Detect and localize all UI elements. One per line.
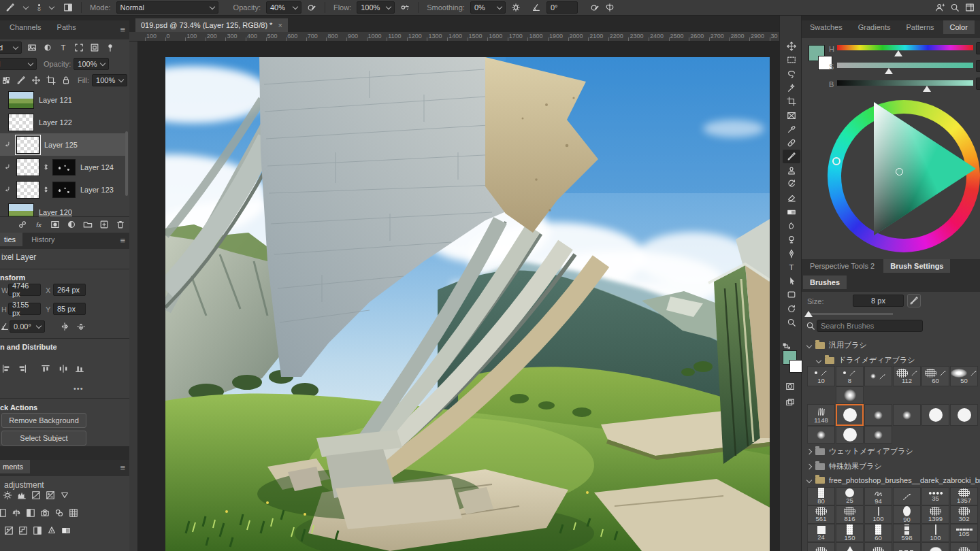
saturation-slider[interactable] xyxy=(837,63,973,68)
brush-item[interactable]: 60 xyxy=(864,524,892,542)
link-icon[interactable] xyxy=(18,220,27,229)
x-input[interactable]: 264 px xyxy=(53,284,86,296)
brush-preview-chevron-icon[interactable] xyxy=(49,3,54,9)
opacity-select[interactable]: 40% xyxy=(266,1,301,14)
adj-threshold-icon[interactable] xyxy=(33,526,42,535)
brush-item[interactable] xyxy=(836,542,864,551)
brush-item[interactable]: 816 xyxy=(836,505,864,524)
folder-zabrocki-brush-set[interactable]: free_photoshop_brushes__darek_zabrocki_b… xyxy=(807,476,980,484)
brush-item[interactable] xyxy=(864,542,892,551)
brightness-slider-thumb[interactable] xyxy=(923,86,931,92)
brush-item[interactable]: 561 xyxy=(807,505,835,524)
tab-paths[interactable]: Paths xyxy=(50,20,83,34)
screen-mode-icon[interactable] xyxy=(785,398,795,407)
hue-value[interactable]: 16 xyxy=(976,42,980,54)
pen-tool[interactable] xyxy=(783,247,800,261)
path-select-tool[interactable] xyxy=(783,274,800,288)
account-icon[interactable] xyxy=(935,3,945,12)
align-2-icon[interactable] xyxy=(18,364,27,373)
pressure-opacity-icon[interactable] xyxy=(307,3,316,12)
layer-mask-icon[interactable] xyxy=(50,220,60,229)
tab-brush-settings[interactable]: Brush Settings xyxy=(883,259,950,273)
brush-item[interactable]: 1399 xyxy=(921,505,949,524)
brush-item[interactable]: 50 xyxy=(950,366,978,386)
adj-posterize-icon[interactable] xyxy=(18,526,28,535)
adj-color-lookup-icon[interactable] xyxy=(69,508,78,518)
align-1-icon[interactable] xyxy=(1,364,11,373)
layer-thumbnail[interactable] xyxy=(16,181,39,199)
quick-mask-icon[interactable] xyxy=(785,382,795,391)
brush-item[interactable]: 1357 xyxy=(950,487,978,505)
brush-item[interactable]: 105 xyxy=(950,524,978,542)
crop-tool[interactable] xyxy=(783,95,800,108)
adj-invert-icon[interactable] xyxy=(4,526,14,535)
y-input[interactable]: 85 px xyxy=(53,303,86,315)
symmetry-icon[interactable] xyxy=(605,3,615,12)
zoom-tool[interactable] xyxy=(783,316,800,329)
adj-channel-mixer-icon[interactable] xyxy=(54,508,64,518)
brush-item[interactable] xyxy=(807,426,835,444)
tool-preset-chevron-icon[interactable] xyxy=(23,3,29,9)
dodge-tool[interactable] xyxy=(783,233,800,246)
move-tool[interactable] xyxy=(783,39,800,53)
lock-artboard-icon[interactable] xyxy=(46,76,56,85)
close-tab-icon[interactable]: × xyxy=(278,21,282,29)
layers-scrollbar[interactable] xyxy=(125,131,128,196)
kind-filter-select[interactable]: d xyxy=(0,41,22,54)
magic-wand-tool[interactable] xyxy=(783,81,800,95)
tab-adjustments[interactable]: ments xyxy=(0,460,30,473)
type-tool[interactable]: T xyxy=(783,261,800,274)
flip-vertical-icon[interactable] xyxy=(76,322,86,331)
workspace-icon[interactable] xyxy=(965,3,975,12)
brush-item[interactable]: 35 xyxy=(921,487,949,505)
tab-channels[interactable]: Channels xyxy=(3,20,48,34)
adjustments-menu-icon[interactable]: ≡ xyxy=(120,463,125,473)
brush-item[interactable]: 1148 xyxy=(807,404,835,426)
brush-preview[interactable]: 8 xyxy=(37,4,41,12)
layer-name[interactable]: Layer 120 xyxy=(39,208,72,216)
distribute-3-icon[interactable] xyxy=(75,364,84,373)
brush-item[interactable] xyxy=(921,542,949,551)
shape-tool[interactable] xyxy=(783,288,800,301)
airbrush-icon[interactable] xyxy=(400,3,410,12)
brightness-value[interactable]: 6 xyxy=(976,78,980,90)
clone-stamp-tool[interactable] xyxy=(783,164,800,178)
adj-hue-sat-icon[interactable] xyxy=(0,508,7,518)
rotate-angle-select[interactable]: 0.00° xyxy=(10,320,45,333)
brush-item[interactable]: 100 xyxy=(921,524,949,542)
layer-name[interactable]: Layer 121 xyxy=(39,96,72,104)
brush-item[interactable] xyxy=(893,542,921,551)
brush-item[interactable]: 90 xyxy=(893,505,921,524)
layer-row[interactable]: Layer 125 xyxy=(0,133,127,156)
adj-levels-icon[interactable] xyxy=(17,490,27,500)
adj-black-white-icon[interactable] xyxy=(26,508,35,518)
adjustment-dot-icon[interactable] xyxy=(67,220,76,229)
layer-row[interactable]: Layer 123 xyxy=(0,178,127,201)
history-brush-tool[interactable] xyxy=(783,178,800,191)
adj-color-balance-icon[interactable] xyxy=(12,508,21,518)
layer-row[interactable]: Layer 122 xyxy=(0,111,127,133)
canvas-artwork[interactable] xyxy=(165,57,770,551)
brush-item[interactable]: 302 xyxy=(950,505,978,524)
brush-panel-icon[interactable] xyxy=(907,294,921,307)
kind-smart-icon[interactable] xyxy=(90,43,99,52)
layer-mask-thumbnail[interactable] xyxy=(52,182,76,198)
brush-item[interactable]: 112 xyxy=(893,366,921,386)
adj-exposure-icon[interactable] xyxy=(46,490,55,500)
adj-photo-filter-icon[interactable] xyxy=(40,508,50,518)
brush-size-slider[interactable] xyxy=(807,313,893,315)
more-tools[interactable] xyxy=(783,329,800,343)
saturation-value[interactable]: 3 xyxy=(976,60,980,72)
rotate-view-tool[interactable] xyxy=(783,302,800,316)
brush-size-slider-thumb[interactable] xyxy=(804,311,813,317)
tab-brushes[interactable]: Brushes xyxy=(803,276,847,289)
layer-name[interactable]: Layer 122 xyxy=(39,118,72,127)
layers-opacity-select[interactable]: 100% xyxy=(74,58,109,70)
folder-special-effects-brushes[interactable]: 特殊効果ブラシ xyxy=(807,461,882,471)
kind-type-icon[interactable]: T xyxy=(59,43,68,52)
hue-wheel-selector[interactable] xyxy=(832,157,840,165)
tab-history[interactable]: History xyxy=(24,233,61,246)
vertical-ruler[interactable]: 0100200300400500600700800900100011001200… xyxy=(129,41,138,551)
trash-icon[interactable] xyxy=(116,220,125,229)
brush-item[interactable]: 94 xyxy=(864,487,892,505)
